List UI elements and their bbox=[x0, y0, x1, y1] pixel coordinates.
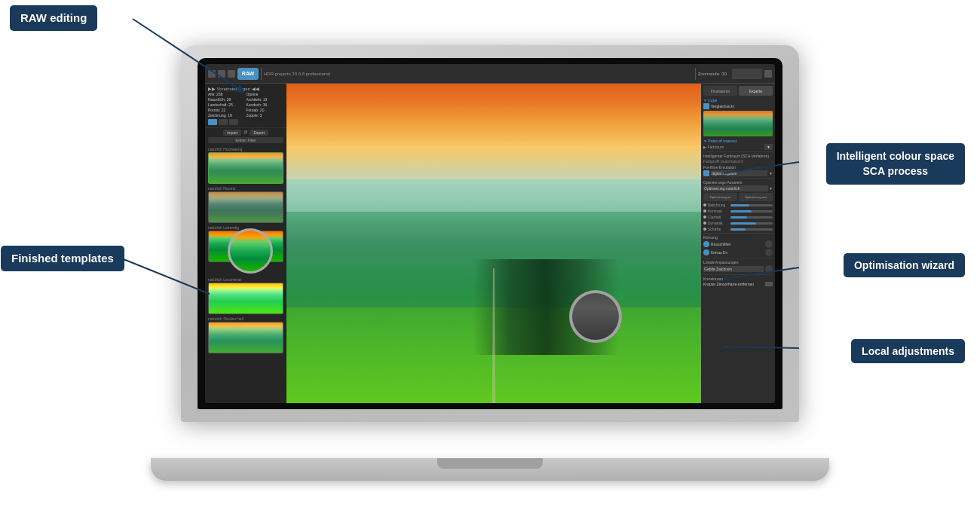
koernung-icon-1 bbox=[703, 241, 709, 247]
emulation-check[interactable] bbox=[703, 170, 709, 176]
template-preview-2 bbox=[208, 191, 283, 223]
category-nav: ▶▶ Voreinstellungen ◀◀ Alle: 268 Optime … bbox=[205, 84, 286, 128]
divider-4 bbox=[703, 258, 773, 258]
local-adjustments-callout: Local adjustments bbox=[851, 339, 965, 363]
slider-schaerfe: Schärfe bbox=[703, 227, 773, 231]
opt-aus-btn[interactable]: Optimierung aus bbox=[739, 193, 773, 201]
template-list: natürlich Hochwertig natürlich Neutral bbox=[205, 145, 286, 403]
poi-section: ▼ Point of Interest ▶ Farbraum ▼ bbox=[703, 139, 773, 150]
screen-body: ▶▶ Voreinstellungen ◀◀ Alle: 268 Optime … bbox=[205, 84, 775, 403]
poi-dropdown[interactable]: ▼ bbox=[764, 144, 773, 150]
poi-title: ▼ Point of Interest bbox=[703, 139, 773, 143]
slider-track-1[interactable] bbox=[730, 204, 773, 206]
filter-bar[interactable]: keinen Filter bbox=[208, 137, 283, 143]
slider-belichtung: Belichtung bbox=[703, 203, 773, 207]
template-struktur[interactable]: natürlich Struktur hell bbox=[208, 317, 283, 353]
korrekturen-btn[interactable] bbox=[765, 282, 773, 286]
lokale-title: Lokale Anpassungen bbox=[703, 260, 773, 265]
preview-img-2 bbox=[209, 192, 283, 222]
project-title: HDR projects 20.0.8 professional bbox=[264, 72, 693, 76]
koernung-row1: Rauschfilter bbox=[703, 240, 773, 248]
opt-an-btn[interactable]: Optimierung an bbox=[703, 193, 737, 201]
cat-natur: Natur&Uh: 28 bbox=[208, 97, 246, 102]
slider-label-2: Kontrast bbox=[708, 209, 729, 213]
slider-fill-4 bbox=[730, 222, 756, 225]
farbraum-section: Intelligenter Farbraum (SCA-Verfahren) F… bbox=[703, 154, 773, 164]
toolbar-icon-3 bbox=[228, 70, 235, 78]
toolbar-icon-end bbox=[764, 70, 772, 78]
lokale-row: Gebife Zeichnen bbox=[703, 265, 773, 273]
lupe-check[interactable] bbox=[703, 103, 709, 109]
slider-track-4[interactable] bbox=[730, 222, 773, 225]
laptop-screen-bezel: RAW HDR projects 20.0.8 professional Zoo… bbox=[198, 58, 782, 409]
lokale-section: Lokale Anpassungen Gebife Zeichnen bbox=[703, 260, 773, 273]
korrekturen-item: Kratzer Zensorhärte entfernen bbox=[703, 282, 764, 286]
tab-finalisieren[interactable]: Finalisieren bbox=[703, 86, 737, 96]
optassist-dropdown-row: Optimierung natürlich ▼ bbox=[703, 185, 773, 191]
cat-archit: Architekt: 13 bbox=[247, 97, 284, 102]
lokale-item[interactable]: Gebife Zeichnen bbox=[703, 266, 764, 272]
korrekturen-section: Korrekturen Kratzer Zensorhärte entferne… bbox=[703, 277, 773, 286]
koernung-btn-1[interactable] bbox=[765, 240, 773, 248]
emulation-section: Fot-filme Emulation digital negative ▼ bbox=[703, 165, 773, 176]
detail-view-icon[interactable] bbox=[229, 119, 238, 125]
template-leuchtend[interactable]: natürlich Leuchtend bbox=[208, 277, 283, 314]
cat-kund: Kundsch: 36 bbox=[247, 102, 284, 107]
tab-experte[interactable]: Experte bbox=[739, 86, 773, 96]
opt-buttons: Optimierung an Optimierung aus bbox=[703, 193, 773, 201]
poi-row: ▶ Farbraum ▼ bbox=[703, 144, 773, 150]
laptop-lid: RAW HDR projects 20.0.8 professional Zoo… bbox=[181, 45, 799, 422]
lokale-btn[interactable] bbox=[765, 265, 773, 273]
optassist-dropdown[interactable]: Optimierung natürlich bbox=[703, 185, 768, 191]
cat-optime: Optime bbox=[247, 92, 284, 96]
raw-editing-label: RAW editing bbox=[10, 5, 97, 31]
template-lebendig[interactable]: natürlich Lebendig bbox=[208, 225, 283, 262]
finished-templates-callout: Finished templates bbox=[1, 246, 124, 271]
lupe-row: Vergleichsicht bbox=[703, 103, 773, 109]
slider-icon-2 bbox=[703, 209, 706, 213]
optassist-section: Optimierungs-Assistent Optimierung natür… bbox=[703, 180, 773, 191]
optimisation-wizard-label: Optimisation wizard bbox=[844, 253, 965, 277]
slider-track-3[interactable] bbox=[730, 216, 773, 219]
list-view-icon[interactable] bbox=[219, 119, 228, 125]
template-preview-5 bbox=[208, 322, 283, 353]
import-button[interactable]: Import bbox=[223, 130, 241, 136]
cat-zeich: Zeichnung: 18 bbox=[208, 113, 246, 118]
lupe-section: ▼ Lupe Vergleichsicht bbox=[703, 98, 773, 136]
toolbar-field[interactable] bbox=[732, 69, 762, 79]
slider-fill-1 bbox=[730, 204, 749, 206]
optassist-arrow: ▼ bbox=[769, 186, 773, 191]
template-hochwertig[interactable]: natürlich Hochwertig bbox=[208, 147, 283, 184]
slider-label-3: Clarheit bbox=[708, 215, 729, 219]
slider-label-5: Schärfe bbox=[708, 227, 729, 231]
slider-track-5[interactable] bbox=[730, 228, 773, 231]
koernung-row2: Entrau En bbox=[703, 249, 773, 256]
cat-fotoab: Fotoab: 20 bbox=[247, 108, 284, 112]
raw-button[interactable]: RAW bbox=[237, 68, 259, 80]
slider-icon-3 bbox=[703, 216, 706, 219]
cat-port: Porträt: 22 bbox=[208, 108, 246, 112]
grid-view-icon[interactable] bbox=[208, 119, 217, 125]
koernung-btn-2[interactable] bbox=[765, 249, 773, 256]
lupe-preview-img bbox=[703, 111, 773, 136]
laptop-screen: RAW HDR projects 20.0.8 professional Zoo… bbox=[205, 64, 775, 403]
koernung-title: Körnung bbox=[703, 235, 773, 240]
toolbar-zoom: Zoomstufe: 30 bbox=[698, 72, 727, 76]
slider-clarheit: Clarheit bbox=[703, 215, 773, 219]
template-neutral[interactable]: natürlich Neutral bbox=[208, 186, 283, 223]
slider-fill-3 bbox=[730, 216, 747, 219]
preview-img-4 bbox=[209, 283, 283, 313]
slider-track-2[interactable] bbox=[730, 210, 773, 213]
export-button[interactable]: Export bbox=[250, 130, 268, 136]
template-label-1: natürlich Hochwertig bbox=[208, 147, 283, 151]
template-preview-1 bbox=[208, 152, 283, 184]
slider-fill-2 bbox=[730, 210, 752, 213]
toolbar-sep-2 bbox=[695, 68, 696, 80]
intelligent-colour-label: Intelligent colour space SCA process bbox=[826, 143, 965, 185]
laptop-wrapper: RAW HDR projects 20.0.8 professional Zoo… bbox=[166, 45, 814, 481]
poi-label: ▶ Farbraum bbox=[703, 145, 724, 149]
emulation-dropdown[interactable]: digital negative bbox=[711, 170, 767, 176]
divider-3 bbox=[703, 233, 773, 234]
trackpad-notch bbox=[437, 458, 543, 469]
lupe-title: ▼ Lupe bbox=[703, 98, 773, 102]
